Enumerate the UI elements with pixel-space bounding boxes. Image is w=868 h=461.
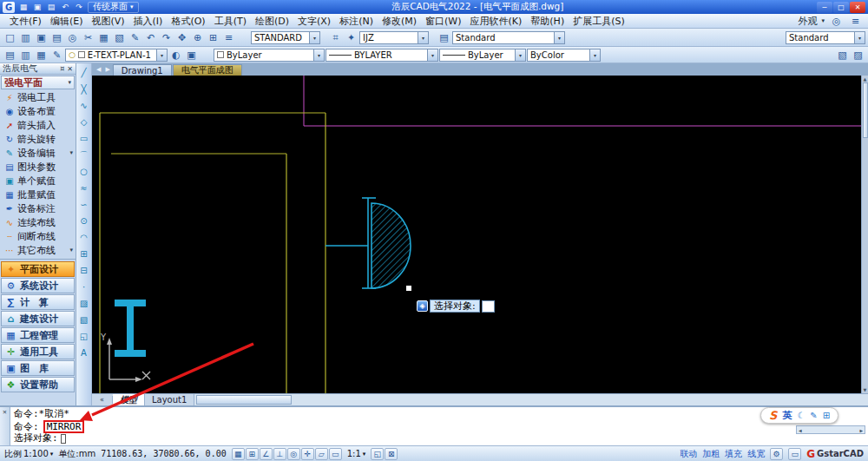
polygon-tool-icon[interactable]: ◇ [77,115,91,129]
nav-item-project-management[interactable]: ▦ 工程管理 [1,327,75,343]
ime-pen-icon[interactable]: ✎ [810,411,817,420]
text-style-icon[interactable]: ✦ [344,30,358,44]
workspace-switcher[interactable]: 传统界面 ▾ [88,2,139,13]
chevron-down-icon[interactable]: ▾ [515,49,525,61]
scrollbar-thumb[interactable] [196,395,292,405]
chevron-down-icon[interactable]: ▾ [427,49,437,61]
properties-panel-icon[interactable]: ▧ [835,48,850,62]
app-logo-icon[interactable]: G [3,2,15,13]
zoom-window-icon[interactable]: ⊞ [206,30,220,44]
nav-item-building-design[interactable]: ⌂ 建筑设计 [1,311,75,326]
quick-redo-icon[interactable]: ↷ [74,3,84,11]
scroll-up-icon[interactable]: ▲ [864,76,867,82]
menu-text[interactable]: 文字(X) [293,15,335,28]
sidebar-tool-item[interactable]: ✒ 设备标注 [0,201,76,215]
paste-icon[interactable]: ▧ [112,30,127,44]
osnap-toggle-icon[interactable]: ◎ [287,448,300,460]
menu-modify[interactable]: 修改(M) [378,15,421,28]
menu-express-tools[interactable]: 扩展工具(S) [569,15,629,28]
nav-item-plane-design[interactable]: ✦ 平面设计 [1,261,75,277]
style-combo[interactable]: STANDARD ▾ [251,31,320,44]
sidebar-tool-item[interactable]: ∿ 连续布线 [0,215,76,229]
point-tool-icon[interactable]: · [77,280,91,294]
ortho-toggle-icon[interactable]: ⊥ [273,448,286,460]
close-button[interactable]: ✕ [850,2,865,13]
chevron-down-icon[interactable]: ▾ [309,32,319,43]
command-window[interactable]: ✕ 命令:*取消* 命令:MIRROR 选择对象: ◀ ▶ [0,405,868,445]
quick-menu-icon[interactable]: ▦ [18,3,29,11]
menu-file[interactable]: 文件(F) [5,15,46,28]
plot-icon[interactable]: ▤ [49,30,64,44]
polar-toggle-icon[interactable]: ∠ [260,448,273,460]
open-icon[interactable]: ▥ [18,30,33,44]
nav-item-calculation[interactable]: ∑ 计 算 [1,294,75,310]
ellipse-arc-tool-icon[interactable]: ◠ [77,230,91,245]
nav-item-library[interactable]: ▣ 图 库 [1,360,75,376]
properties-icon[interactable]: ≡ [221,30,236,44]
column-symbol[interactable] [115,300,146,357]
copy-icon[interactable]: ▦ [96,30,111,44]
scroll-down-icon[interactable]: ▼ [864,386,867,393]
menu-format[interactable]: 格式(O) [167,15,209,28]
gradient-tool-icon[interactable]: ▧ [77,313,91,327]
nav-item-general-tools[interactable]: ✛ 通用工具 [1,344,75,359]
line-tool-icon[interactable]: ╱ [77,65,91,80]
grid-guide-lines[interactable] [304,76,868,126]
xline-tool-icon[interactable]: ╳ [77,82,91,96]
layer-previous-icon[interactable]: ▦ [34,48,49,62]
cut-icon[interactable]: ✂ [81,30,95,44]
dim-style-combo[interactable]: Standard ▾ [452,31,565,44]
redo-icon[interactable]: ↷ [159,30,174,44]
text-tool-icon[interactable]: A [77,346,91,360]
nav-item-settings-help[interactable]: ❖ 设置帮助 [1,377,75,392]
layer-isolate-icon[interactable]: ▣ [184,48,199,62]
minimize-button[interactable]: ─ [817,2,832,13]
section-selector[interactable]: 强电平面 ▾ [1,76,75,89]
match-properties-icon[interactable]: ✎ [128,30,142,44]
sidebar-tool-item[interactable]: ▦ 批量赋值 [0,188,76,201]
bold-toggle[interactable]: 加粗 [702,448,720,460]
arc-tool-icon[interactable]: ⌒ [77,148,91,162]
layout-tab-nav-icon[interactable]: « [92,396,113,404]
drawing-canvas[interactable]: Y ◈ 选择对象: ▲ ▼ [92,76,868,393]
circle-tool-icon[interactable]: ○ [77,164,91,179]
menu-tools[interactable]: 工具(T) [210,15,251,28]
canvas-vertical-scrollbar[interactable]: ▲ ▼ [861,76,868,393]
menu-view[interactable]: 视图(V) [87,15,128,28]
command-input-line[interactable]: 选择对象: [14,432,865,445]
styles-manager-icon[interactable]: ⌗ [328,30,343,44]
chevron-down-icon[interactable]: ▾ [156,49,167,61]
otrack-toggle-icon[interactable]: ✛ [301,448,314,460]
pan-icon[interactable]: ✥ [174,30,189,44]
plotstyle-combo[interactable]: ByColor ▾ [527,49,601,62]
lineweight-toggle-icon[interactable]: ▭ [329,448,342,460]
tab-scroll-left-icon[interactable]: ◀ [95,66,102,73]
quick-save-icon[interactable]: ▣ [32,3,43,11]
menu-window[interactable]: 窗口(W) [421,15,465,28]
sidebar-tool-item[interactable]: ⋯ 其它布线 ▾ [0,243,76,257]
rectangle-tool-icon[interactable]: ▭ [77,131,91,146]
new-icon[interactable]: □ [3,30,17,44]
text-style-combo[interactable]: IJZ ▾ [359,31,429,44]
fill-toggle[interactable]: 填充 [725,448,742,460]
sheet-set-icon[interactable]: ▨ [851,48,865,62]
sidebar-tool-item[interactable]: ✎ 设备编辑 ▾ [0,146,76,160]
annotation-scale-selector[interactable]: 1:1 ▾ [347,449,366,458]
menu-insert[interactable]: 插入(I) [129,15,168,28]
menu-draw[interactable]: 绘图(D) [251,15,293,28]
workspace-lock-icon[interactable]: ◱ [371,448,384,460]
spline-tool-icon[interactable]: ∽ [77,197,91,212]
match-layer-icon[interactable]: ✎ [49,48,64,62]
snap-toggle-icon[interactable]: ⊞ [246,448,259,460]
lineweight-combo[interactable]: ByLayer ▾ [439,49,526,62]
scroll-left-icon[interactable]: ◀ [799,427,802,433]
nav-item-system-design[interactable]: ⚙ 系统设计 [1,278,75,293]
chevron-down-icon[interactable]: ▾ [589,49,600,61]
ime-language-toggle[interactable]: 英 [782,409,792,422]
menu-dimension[interactable]: 标注(N) [335,15,378,28]
ellipse-tool-icon[interactable]: ⊙ [77,214,91,228]
table-style-combo[interactable]: Standard ▾ [786,31,865,44]
menu-applications[interactable]: 应用软件(K) [466,15,527,28]
sidebar-tool-item[interactable]: ↻ 箭头旋转 [0,132,76,146]
lineweight-display-toggle[interactable]: 线宽 [747,448,765,460]
